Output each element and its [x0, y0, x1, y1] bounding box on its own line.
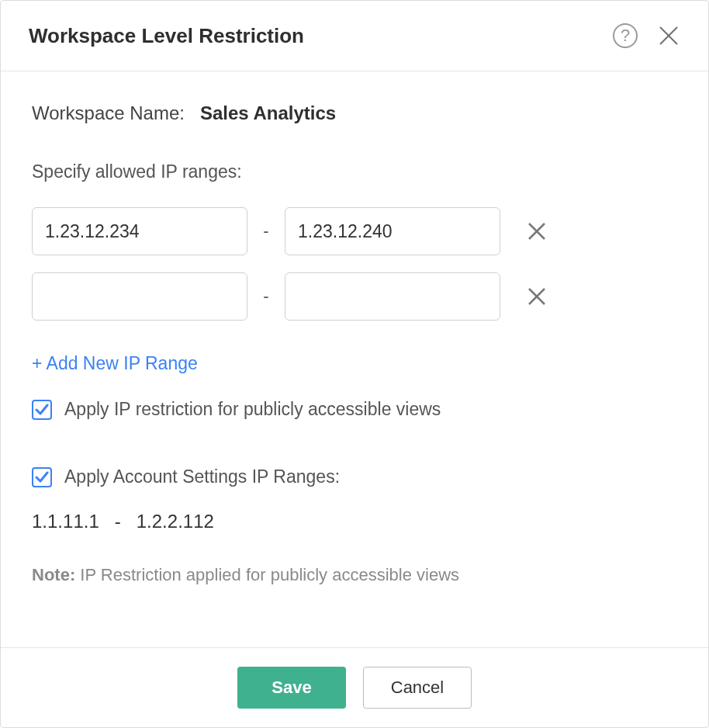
header-icons: ? — [612, 23, 680, 49]
save-button[interactable]: Save — [237, 667, 346, 709]
ip-to-input[interactable] — [285, 207, 500, 255]
remove-row-icon[interactable] — [527, 286, 547, 307]
account-ip-range: 1.1.11.1 - 1.2.2.112 — [32, 511, 677, 532]
apply-account-ranges-row: Apply Account Settings IP Ranges: — [32, 466, 677, 487]
close-icon[interactable] — [657, 24, 680, 47]
apply-account-ranges-checkbox[interactable] — [32, 467, 52, 487]
add-ip-range-link[interactable]: + Add New IP Range — [32, 353, 198, 374]
help-icon[interactable]: ? — [612, 23, 638, 49]
apply-public-views-label: Apply IP restriction for publicly access… — [64, 399, 441, 420]
ip-ranges-label: Specify allowed IP ranges: — [32, 161, 677, 182]
note-label: Note: — [32, 565, 75, 584]
workspace-name-label: Workspace Name: — [32, 102, 185, 124]
cancel-button[interactable]: Cancel — [363, 667, 472, 709]
account-ip-to: 1.2.2.112 — [137, 511, 214, 532]
dash-separator: - — [261, 221, 271, 241]
dash-separator: - — [261, 286, 271, 307]
workspace-name-row: Workspace Name: Sales Analytics — [32, 102, 677, 124]
dash-separator: - — [115, 511, 121, 532]
workspace-name-value: Sales Analytics — [200, 102, 336, 124]
svg-text:?: ? — [621, 26, 630, 45]
ip-range-row: - — [32, 272, 677, 321]
dialog-body: Workspace Name: Sales Analytics Specify … — [1, 71, 708, 647]
account-ip-from: 1.1.11.1 — [32, 511, 99, 532]
apply-public-views-checkbox[interactable] — [32, 400, 52, 420]
dialog-header: Workspace Level Restriction ? — [1, 1, 708, 71]
ip-range-row: - — [32, 207, 677, 255]
ip-from-input[interactable] — [32, 207, 247, 255]
dialog-footer: Save Cancel — [1, 647, 708, 727]
dialog-title: Workspace Level Restriction — [29, 24, 304, 48]
apply-account-ranges-label: Apply Account Settings IP Ranges: — [64, 466, 340, 487]
note-text: IP Restriction applied for publicly acce… — [75, 565, 459, 584]
ip-to-input[interactable] — [285, 272, 500, 321]
workspace-restriction-dialog: Workspace Level Restriction ? Workspace … — [0, 0, 709, 728]
apply-public-views-row: Apply IP restriction for publicly access… — [32, 399, 677, 420]
remove-row-icon[interactable] — [527, 221, 547, 241]
note-row: Note: IP Restriction applied for publicl… — [32, 565, 677, 585]
ip-from-input[interactable] — [32, 272, 247, 321]
